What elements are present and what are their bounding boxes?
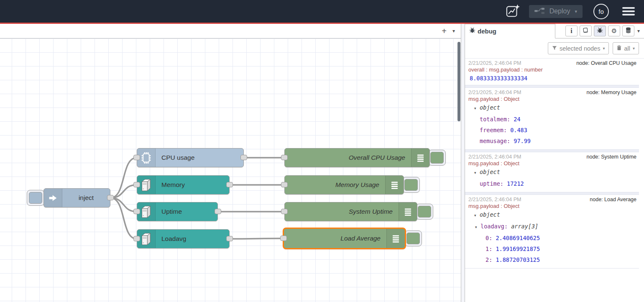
message-timestamp: 2/21/2025, 2:46:04 PM — [468, 60, 521, 66]
tab-debug-label: debug — [478, 28, 496, 35]
node-label: Overall CPU Usage — [285, 148, 411, 167]
node-label: Uptime — [156, 202, 217, 221]
input-port[interactable] — [280, 235, 287, 241]
node-system-uptime[interactable]: System Uptime — [284, 202, 417, 221]
message-value: 8.083333333333334 — [470, 75, 636, 82]
context-data-tab-button[interactable] — [622, 26, 634, 36]
debug-message[interactable]: 2/21/2025, 2:46:04 PM node: Load Average… — [465, 195, 639, 269]
canvas-vertical-scrollbar[interactable] — [457, 42, 460, 121]
book-icon — [583, 28, 588, 35]
flow-sparkle-icon — [506, 4, 520, 19]
header: Deploy ▾ fo — [0, 0, 644, 23]
output-port[interactable] — [107, 195, 114, 200]
flow-export-button[interactable] — [505, 3, 521, 20]
gear-icon: ⚙ — [611, 28, 617, 34]
node-cpu-usage[interactable]: CPU usage — [137, 148, 244, 167]
input-port[interactable] — [133, 155, 140, 160]
wire-layer — [0, 38, 461, 302]
sidebar: debug i — [465, 24, 644, 302]
flow-list-caret-icon[interactable]: ▾ — [452, 28, 455, 34]
tab-debug[interactable]: debug — [465, 24, 555, 38]
debug-message[interactable]: 2/21/2025, 2:46:04 PM node: System Uptim… — [465, 152, 639, 192]
collapse-caret-icon[interactable]: ▾ — [474, 103, 480, 114]
node-memory-usage[interactable]: Memory Usage — [284, 175, 404, 195]
deploy-options-caret-icon[interactable]: ▾ — [575, 9, 577, 14]
debug-message[interactable]: 2/21/2025, 2:46:04 PM node: Overall CPU … — [465, 59, 639, 85]
message-property-path: msg.payload : Object — [468, 203, 636, 209]
node-load-average[interactable]: Load Average — [283, 228, 406, 249]
info-tab-button[interactable]: i — [565, 26, 578, 36]
wire[interactable] — [110, 198, 137, 212]
node-label: Load Average — [284, 229, 386, 248]
message-timestamp: 2/21/2025, 2:46:04 PM — [468, 90, 521, 95]
input-port[interactable] — [281, 182, 288, 187]
message-timestamp: 2/21/2025, 2:46:04 PM — [468, 154, 521, 160]
node-label: CPU usage — [156, 148, 243, 167]
collapse-caret-icon[interactable]: ▾ — [475, 222, 480, 233]
message-source-node: node: Overall CPU Usage — [576, 60, 636, 66]
object-entry: memusage: 97.99 — [468, 136, 636, 146]
debug-tab-button[interactable] — [594, 26, 606, 36]
debug-clear-button[interactable]: all ▾ — [613, 42, 639, 54]
node-memory[interactable]: Memory — [137, 175, 230, 195]
input-port[interactable] — [281, 209, 288, 214]
node-label: Loadavg — [156, 230, 229, 248]
help-tab-button[interactable] — [580, 26, 592, 36]
inject-arrow-icon — [44, 189, 62, 207]
node-inject[interactable]: inject — [43, 188, 110, 207]
output-port[interactable] — [226, 236, 233, 241]
object-entry: totalmem: 24 — [468, 114, 636, 125]
chevron-down-icon: ▾ — [633, 46, 635, 51]
debug-lines-icon — [399, 202, 417, 221]
object-entry: freemem: 0.483 — [468, 125, 636, 136]
sidebar-splitter[interactable] — [461, 24, 465, 302]
node-loadavg[interactable]: Loadavg — [137, 229, 230, 248]
output-port[interactable] — [240, 155, 247, 160]
input-port[interactable] — [133, 209, 140, 214]
workspace: + ▾ — [0, 24, 644, 302]
flow-editor: + ▾ — [0, 24, 461, 302]
flow-tabbar: + ▾ — [0, 24, 461, 38]
bug-icon — [597, 27, 603, 35]
input-port[interactable] — [133, 236, 140, 241]
debug-toggle-button[interactable] — [428, 150, 446, 166]
add-flow-button[interactable]: + — [442, 27, 447, 35]
debug-toggle-button[interactable] — [404, 230, 422, 246]
input-port[interactable] — [281, 155, 288, 160]
input-port[interactable] — [133, 182, 140, 187]
message-source-node: node: System Uptime — [587, 154, 637, 160]
wire[interactable] — [110, 185, 137, 198]
object-type: object — [480, 104, 500, 111]
debug-filter-label: selected nodes — [560, 45, 601, 52]
array-item: 0: 2.40869140625 — [468, 233, 636, 243]
debug-lines-icon — [386, 229, 405, 248]
config-nodes-tab-button[interactable]: ⚙ — [608, 26, 620, 36]
node-label: inject — [62, 189, 110, 207]
flow-canvas[interactable]: inject — [0, 38, 461, 302]
array-type: array[3] — [511, 223, 538, 230]
array-item: 2: 1.88720703125 — [468, 254, 636, 265]
debug-message-list[interactable]: 2/21/2025, 2:46:04 PM node: Overall CPU … — [465, 58, 644, 302]
message-source-node: node: Memory Usage — [586, 90, 636, 95]
user-avatar[interactable]: fo — [593, 4, 609, 19]
node-uptime[interactable]: Uptime — [137, 202, 218, 221]
wire[interactable] — [230, 238, 280, 239]
node-label: System Uptime — [285, 202, 399, 221]
debug-message[interactable]: 2/21/2025, 2:46:04 PM node: Memory Usage… — [465, 88, 639, 150]
output-port[interactable] — [226, 182, 233, 187]
collapse-caret-icon[interactable]: ▾ — [474, 210, 480, 221]
main-menu-button[interactable] — [622, 7, 635, 15]
collapse-caret-icon[interactable]: ▾ — [474, 167, 480, 178]
inject-trigger-button[interactable] — [27, 190, 44, 206]
bug-icon — [469, 27, 475, 35]
chevron-down-icon: ▾ — [603, 46, 605, 51]
message-source-node: node: Load Average — [590, 197, 636, 202]
node-overall-cpu-usage[interactable]: Overall CPU Usage — [284, 148, 430, 167]
output-port[interactable] — [215, 209, 221, 214]
sidebar-options-caret-icon[interactable]: ▾ — [636, 28, 641, 34]
debug-filter-button[interactable]: selected nodes ▾ — [548, 42, 609, 54]
debug-toggle-button[interactable] — [402, 177, 420, 193]
deploy-button[interactable]: Deploy ▾ — [529, 5, 583, 18]
debug-toggle-button[interactable] — [416, 204, 433, 220]
debug-clear-label: all — [624, 45, 630, 52]
